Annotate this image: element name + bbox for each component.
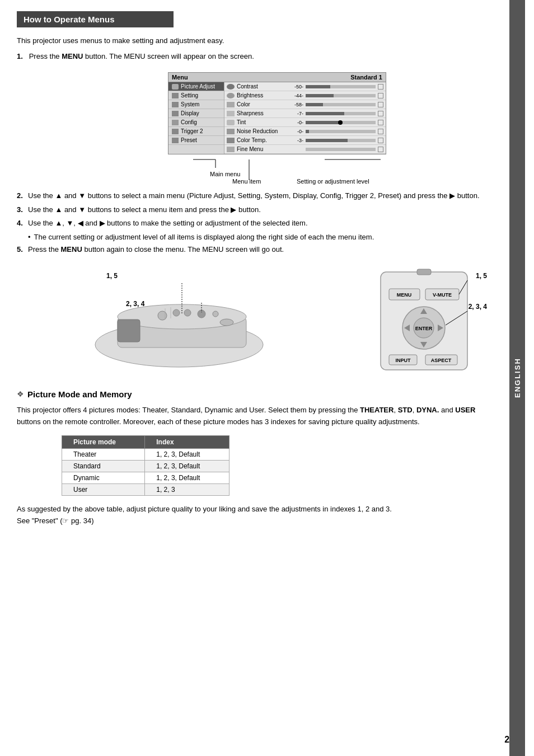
menu-screenshot-area: Menu Standard 1 Picture Adjust [17, 72, 493, 185]
table-row: User 1, 2, 3 [62, 484, 229, 496]
step5: 5. Press the MENU button again to close … [17, 244, 493, 255]
section2: ❖ Picture Mode and Memory This projector… [17, 389, 493, 527]
display-icon [172, 111, 179, 116]
page-wrapper: How to Operate Menus This projector uses… [0, 0, 534, 756]
menu-item-sharpness: Sharpness -7- [224, 109, 386, 118]
remote-svg: MENU V-MUTE ENTER [369, 266, 493, 378]
preset-icon [172, 138, 179, 143]
svg-point-14 [198, 310, 205, 318]
picture-mode-table: Picture mode Index Theater 1, 2, 3, Defa… [62, 435, 229, 496]
menu-item-contrast: Contrast -50- [224, 82, 386, 91]
menu-labels-row: Main menu Menu item Setting or adjustmen… [168, 157, 386, 185]
svg-point-13 [184, 309, 191, 316]
menu-header: Menu Standard 1 [168, 73, 386, 82]
color-icon [227, 102, 235, 107]
menu-left-item-4: Config [168, 118, 224, 127]
system-icon [172, 102, 179, 107]
menu-header-right: Standard 1 [350, 74, 382, 81]
steps-list: 2. Use the ▲ and ▼ buttons to select a m… [17, 190, 493, 255]
side-tab-label: ENGLISH [513, 358, 522, 398]
trigger2-icon [172, 129, 179, 134]
svg-text:ASPECT: ASPECT [431, 358, 452, 363]
step2: 2. Use the ▲ and ▼ buttons to select a m… [17, 190, 493, 201]
menu-body: Picture Adjust Setting System [168, 82, 386, 154]
menu-labels-svg: Main menu Menu item Setting or adjustmen… [168, 157, 386, 185]
step4-text: Use the ▲, ▼, ◀ and ▶ buttons to make th… [28, 218, 493, 229]
menu-item-color: Color -58- [224, 100, 386, 109]
svg-point-15 [213, 311, 218, 317]
menu-left-item-0: Picture Adjust [168, 82, 224, 91]
step4-num: 4. [17, 218, 25, 229]
finemenu-icon [227, 147, 235, 152]
menu-item-finemenu: Fine Menu [224, 145, 386, 154]
step3-num: 3. [17, 204, 25, 215]
table-row: Dynamic 1, 2, 3, Default [62, 472, 229, 484]
table-header-index: Index [145, 436, 229, 449]
section2-intro: This projector offers 4 pictures modes: … [17, 405, 493, 428]
colortemp-icon [227, 138, 235, 143]
setting-icon [172, 93, 179, 98]
menu-left-item-2: System [168, 100, 224, 109]
config-icon [172, 120, 179, 125]
svg-text:INPUT: INPUT [396, 358, 411, 363]
svg-text:ENTER: ENTER [415, 326, 433, 331]
menu-header-left: Menu [172, 74, 188, 81]
noise-icon [227, 129, 235, 134]
sharpness-icon [227, 111, 235, 116]
tint-icon [227, 120, 235, 125]
table-header-mode: Picture mode [62, 436, 145, 449]
menu-left-item-3: Display [168, 109, 224, 118]
menu-right: Contrast -50- Br [224, 82, 386, 154]
side-tab: ENGLISH [509, 0, 525, 756]
section2-header: ❖ Picture Mode and Memory [17, 389, 493, 399]
menu-left-item-6: Preset [168, 136, 224, 145]
proj-label1: 1, 5 [106, 272, 118, 280]
remote-diagram: 1, 5 2, 3, 4 MENU V-MUTE [369, 266, 493, 378]
brightness-icon [227, 93, 235, 98]
intro-text: This projector uses menus to make settin… [17, 35, 493, 46]
section1: How to Operate Menus This projector uses… [17, 11, 493, 378]
footer-note: As suggested by the above table, adjust … [17, 504, 493, 527]
projector-diagram: 1, 5 2, 3, 4 [17, 266, 353, 378]
step5-text: Press the MENU button again to close the… [28, 244, 493, 255]
remote-label2: 2, 3, 4 [469, 303, 487, 311]
table-row: Theater 1, 2, 3, Default [62, 449, 229, 461]
proj-label2: 2, 3, 4 [126, 300, 144, 308]
menu-left-item-5: Trigger 2 [168, 127, 224, 136]
svg-text:Main menu: Main menu [210, 171, 240, 177]
step2-num: 2. [17, 190, 25, 201]
section1-title: How to Operate Menus [17, 11, 174, 27]
diagrams-section: 1, 5 2, 3, 4 [17, 266, 493, 378]
svg-rect-22 [417, 269, 431, 275]
step1-text: 1. Press the MENU button. The MENU scree… [17, 51, 493, 63]
svg-point-11 [158, 311, 167, 320]
step4-bullet: • The current setting or adjustment leve… [28, 232, 493, 243]
step1-num: 1. [17, 52, 23, 60]
menu-item-brightness: Brightness -44- [224, 91, 386, 100]
menu-box: Menu Standard 1 Picture Adjust [168, 72, 386, 154]
svg-text:MENU: MENU [397, 292, 412, 298]
step4: 4. Use the ▲, ▼, ◀ and ▶ buttons to make… [17, 218, 493, 229]
diamond-icon: ❖ [17, 389, 24, 398]
svg-point-20 [220, 319, 233, 326]
svg-point-12 [173, 309, 180, 316]
menu-item-tint: Tint -0- [224, 118, 386, 127]
menu-left: Picture Adjust Setting System [168, 82, 224, 154]
section2-title: Picture Mode and Memory [27, 389, 132, 399]
svg-rect-10 [118, 320, 140, 342]
remote-label1: 1, 5 [476, 272, 487, 280]
menu-left-item-1: Setting [168, 91, 224, 100]
step2-text: Use the ▲ and ▼ buttons to select a main… [28, 190, 493, 201]
svg-text:V-MUTE: V-MUTE [433, 292, 452, 298]
projector-svg [17, 266, 353, 378]
menu-item-noise: Noise Reduction -0- [224, 127, 386, 136]
step3-text: Use the ▲ and ▼ buttons to select a menu… [28, 204, 493, 215]
svg-text:Setting or adjustment level: Setting or adjustment level [297, 178, 369, 185]
main-content: How to Operate Menus This projector uses… [0, 0, 509, 756]
step3: 3. Use the ▲ and ▼ buttons to select a m… [17, 204, 493, 215]
step5-num: 5. [17, 244, 25, 255]
table-row: Standard 1, 2, 3, Default [62, 461, 229, 472]
svg-text:Menu item: Menu item [232, 178, 261, 185]
menu-item-colortemp: Color Temp. -3- [224, 136, 386, 145]
contrast-icon [227, 84, 235, 90]
